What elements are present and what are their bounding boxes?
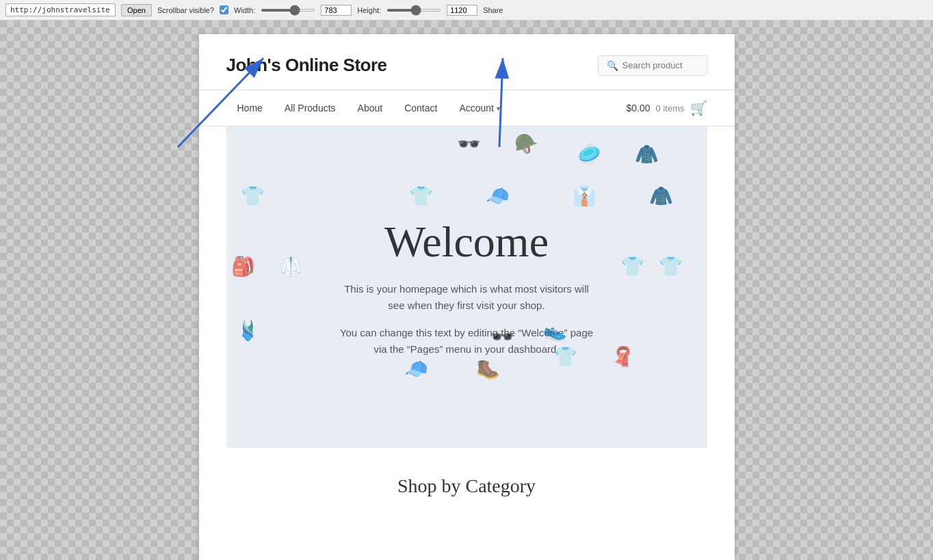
site-nav: Home All Products About Contact Account … — [199, 90, 735, 126]
search-input[interactable] — [622, 60, 698, 70]
deco-shorts-1: 🩱 — [236, 319, 260, 342]
share-button[interactable]: Share — [483, 6, 503, 14]
width-input[interactable] — [321, 5, 352, 16]
browser-toolbar: Open Scrollbar visible? Width: Height: S… — [0, 0, 933, 21]
url-bar[interactable] — [5, 3, 116, 16]
deco-boot-1: 🥾 — [476, 358, 500, 380]
cart-total: $0.00 — [627, 103, 651, 114]
nav-link-all-products[interactable]: All Products — [274, 90, 347, 126]
deco-sunglasses-1: 🕶️ — [457, 133, 481, 155]
deco-hoodie-1: 🥼 — [279, 255, 303, 278]
chevron-down-icon: ▾ — [497, 105, 500, 112]
cart-items-count: 0 items — [656, 103, 685, 114]
deco-tshirt-1: 👕 — [409, 185, 433, 207]
nav-item-account[interactable]: Account ▾ — [448, 90, 511, 126]
search-icon: 🔍 — [607, 60, 618, 71]
nav-link-home[interactable]: Home — [226, 90, 274, 126]
nav-link-contact[interactable]: Contact — [393, 90, 448, 126]
site-title: John's Online Store — [226, 55, 387, 76]
nav-list: Home All Products About Contact Account … — [226, 90, 707, 126]
hero-subtitle: This is your homepage which is what most… — [343, 281, 590, 314]
site-header: John's Online Store 🔍 — [199, 34, 735, 90]
width-slider[interactable] — [261, 9, 315, 12]
deco-jacket-1: 🎒 — [231, 255, 255, 278]
scrollbar-checkbox[interactable] — [220, 5, 228, 14]
deco-polo-1: 👕 — [620, 255, 644, 278]
hero-section: 🕶️ 🪖 🥏 🧥 👕 👕 🧢 👔 🧥 🎒 🥼 👕 👕 🩱 🕶️ 👟 🧢 🥾 — [226, 126, 707, 448]
deco-belt-1: 🥏 — [577, 143, 601, 165]
nav-item-contact[interactable]: Contact — [393, 90, 448, 126]
nav-link-about[interactable]: About — [347, 90, 394, 126]
height-slider[interactable] — [386, 9, 441, 12]
deco-cap-1: 🧢 — [486, 185, 510, 207]
deco-beanie-1: 🧢 — [404, 358, 428, 380]
nav-cart-section: $0.00 0 items 🛒 — [627, 100, 707, 116]
deco-top-3: 🧣 — [611, 345, 635, 368]
page-wrapper: John's Online Store 🔍 Home All Products … — [0, 21, 933, 560]
deco-top-1: 🧥 — [635, 143, 659, 165]
deco-tee-1: 👕 — [659, 255, 683, 278]
open-button[interactable]: Open — [121, 4, 152, 16]
nav-link-account[interactable]: Account ▾ — [448, 90, 511, 126]
hero-description: You can change this text by editing the … — [337, 325, 596, 358]
width-label: Width: — [234, 6, 255, 14]
nav-item-all-products[interactable]: All Products — [274, 90, 347, 126]
deco-shirt-1: 👕 — [241, 185, 265, 207]
height-label: Height: — [357, 6, 381, 14]
nav-item-about[interactable]: About — [347, 90, 394, 126]
hero-title: Welcome — [384, 217, 549, 267]
deco-hat-1: 🪖 — [514, 133, 538, 155]
scrollbar-label: Scrollbar visible? — [157, 6, 214, 14]
shop-category-title: Shop by Category — [226, 475, 707, 497]
account-label: Account — [459, 103, 494, 114]
nav-item-home[interactable]: Home — [226, 90, 274, 126]
cart-icon[interactable]: 🛒 — [690, 100, 707, 116]
site-container: John's Online Store 🔍 Home All Products … — [199, 34, 735, 560]
search-box[interactable]: 🔍 — [598, 55, 707, 76]
deco-shirt-2: 👔 — [573, 185, 596, 207]
height-input[interactable] — [447, 5, 477, 16]
shop-category-section: Shop by Category — [199, 448, 735, 511]
deco-shirt-3: 🧥 — [649, 185, 673, 207]
